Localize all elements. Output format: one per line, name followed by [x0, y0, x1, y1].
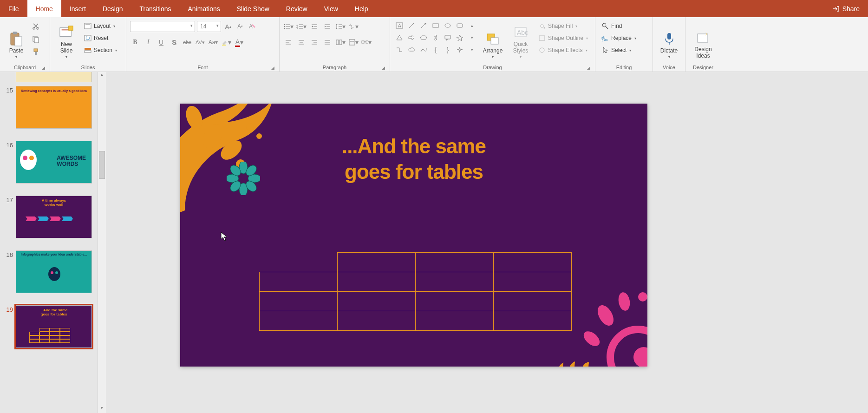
slide-editor[interactable]: ...And the same goes for tables	[106, 72, 868, 413]
table-cell[interactable]	[494, 253, 572, 272]
section-button[interactable]: Section▾	[82, 45, 119, 55]
tab-file[interactable]: File	[0, 0, 27, 17]
table-cell[interactable]	[494, 311, 572, 331]
align-right-button[interactable]	[309, 37, 320, 47]
shapes-gallery[interactable]: A ▴ ▾ {	[394, 20, 477, 55]
font-size-combo[interactable]: 14▾	[197, 21, 221, 32]
strikethrough-button[interactable]: abc	[182, 37, 192, 47]
shape-oval[interactable]	[442, 20, 453, 31]
thumb-preview[interactable]: A time always works well	[16, 196, 92, 238]
quick-styles-button[interactable]: Abc Quick Styles ▾	[508, 19, 533, 60]
current-slide[interactable]: ...And the same goes for tables	[180, 104, 647, 367]
slide-thumbnail-16[interactable]: 16 AWESOME WORDS	[2, 141, 106, 184]
tab-insert[interactable]: Insert	[61, 0, 94, 17]
table-cell[interactable]	[494, 292, 572, 311]
table-cell[interactable]	[416, 311, 494, 331]
shape-arrow-line[interactable]	[418, 20, 429, 31]
layout-button[interactable]: Layout▾	[82, 21, 119, 31]
shape-curve[interactable]	[418, 44, 429, 55]
thumb-preview[interactable]: AWESOME WORDS	[16, 141, 92, 184]
shape-callout[interactable]	[442, 32, 453, 43]
highlight-button[interactable]: ▾	[221, 37, 231, 47]
align-text-button[interactable]: ▾	[348, 37, 359, 47]
tab-review[interactable]: Review	[278, 0, 316, 17]
thumb-preview[interactable]: Infographics make your idea understable.…	[16, 250, 92, 293]
scroll-up-icon[interactable]: ▴	[98, 72, 106, 79]
tab-design[interactable]: Design	[94, 0, 131, 17]
table-cell[interactable]	[260, 272, 338, 292]
find-button[interactable]: Find	[599, 21, 638, 31]
bullets-button[interactable]: ▾	[283, 21, 294, 32]
clear-formatting-button[interactable]: A	[247, 21, 257, 32]
text-shadow-button[interactable]: S	[169, 37, 179, 47]
slide-thumbnail-17[interactable]: 17 A time always works well	[2, 196, 106, 238]
thumb-scrollbar[interactable]: ▴ ▾	[98, 72, 106, 413]
dictate-button[interactable]: Dictate ▾	[657, 19, 681, 60]
table-cell[interactable]	[416, 253, 494, 272]
shape-line[interactable]	[406, 20, 417, 31]
tab-home[interactable]: Home	[27, 0, 61, 17]
launcher-icon[interactable]: ◢	[382, 66, 385, 70]
table-cell[interactable]	[260, 253, 338, 272]
char-spacing-button[interactable]: AV▾	[195, 37, 205, 47]
underline-button[interactable]: U	[156, 37, 166, 47]
select-button[interactable]: Select▾	[599, 45, 638, 55]
shape-arrow-updown[interactable]	[430, 32, 441, 43]
table-cell[interactable]	[338, 272, 416, 292]
new-slide-button[interactable]: New Slide ▾	[54, 19, 79, 60]
cut-button[interactable]	[32, 22, 40, 30]
shrink-font-button[interactable]: A▾	[235, 21, 245, 32]
tab-help[interactable]: Help	[346, 0, 377, 17]
slide-thumbnail-18[interactable]: 18 Infographics make your idea understab…	[2, 250, 106, 293]
text-direction-button[interactable]: AA▾	[348, 21, 359, 32]
font-color-button[interactable]: A▾	[234, 37, 244, 47]
table-cell[interactable]	[338, 253, 416, 272]
shape-brace-left[interactable]: {	[430, 44, 441, 55]
shape-outline-button[interactable]: Shape Outline▾	[536, 33, 590, 43]
paste-button[interactable]: Paste ▾	[4, 19, 29, 60]
launcher-icon[interactable]: ◢	[271, 66, 274, 70]
shape-rectangle[interactable]	[430, 20, 441, 31]
shape-arrow-right[interactable]	[406, 32, 417, 43]
shape-cloud[interactable]	[406, 44, 417, 55]
shape-triangle[interactable]	[394, 32, 405, 43]
copy-button[interactable]	[32, 35, 40, 43]
decrease-indent-button[interactable]	[309, 21, 320, 32]
tab-transitions[interactable]: Transitions	[131, 0, 180, 17]
tab-view[interactable]: View	[316, 0, 346, 17]
table-cell[interactable]	[260, 311, 338, 331]
shape-textbox[interactable]: A	[394, 20, 405, 31]
scroll-down-icon[interactable]: ▾	[98, 406, 106, 413]
slide-thumbnail[interactable]	[16, 72, 92, 82]
gallery-down[interactable]: ▾	[466, 32, 477, 43]
shape-rounded-rect[interactable]	[454, 20, 465, 31]
gallery-up[interactable]: ▴	[466, 20, 477, 31]
thumb-preview[interactable]: ...And the same goes for tables	[16, 305, 92, 348]
columns-button[interactable]: ▾	[335, 37, 346, 47]
align-center-button[interactable]	[296, 37, 307, 47]
table-cell[interactable]	[338, 292, 416, 311]
tab-slideshow[interactable]: Slide Show	[228, 0, 278, 17]
font-name-combo[interactable]: ▾	[130, 21, 195, 32]
bold-button[interactable]: B	[130, 37, 140, 47]
shape-connector[interactable]	[394, 44, 405, 55]
table-cell[interactable]	[338, 311, 416, 331]
launcher-icon[interactable]: ◢	[42, 66, 45, 70]
shape-brace-right[interactable]: }	[442, 44, 453, 55]
shape-effects-button[interactable]: Shape Effects▾	[536, 45, 590, 55]
arrange-button[interactable]: Arrange ▾	[480, 19, 505, 60]
increase-indent-button[interactable]	[322, 21, 333, 32]
share-button[interactable]: Share	[824, 0, 868, 17]
numbering-button[interactable]: 123▾	[296, 21, 307, 32]
launcher-icon[interactable]: ◢	[587, 66, 590, 70]
format-painter-button[interactable]	[32, 48, 40, 56]
replace-button[interactable]: abacReplace▾	[599, 33, 638, 43]
justify-button[interactable]	[322, 37, 333, 47]
align-left-button[interactable]	[283, 37, 294, 47]
shape-star4[interactable]	[454, 44, 465, 55]
table-cell[interactable]	[416, 292, 494, 311]
shape-star[interactable]	[454, 32, 465, 43]
slide-thumbnail-15[interactable]: 15 Reviewing concepts is usually a good …	[2, 86, 106, 129]
table-cell[interactable]	[494, 272, 572, 292]
reset-button[interactable]: Reset	[82, 33, 119, 43]
